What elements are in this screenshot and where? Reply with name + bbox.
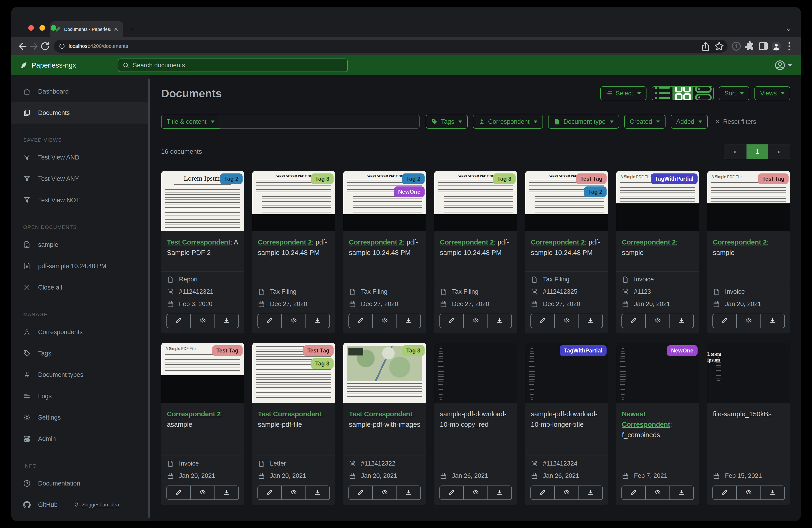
sidebar-item-settings[interactable]: Settings [11,407,150,428]
tab-search-chevron-icon[interactable] [785,27,792,33]
filter-added-button[interactable]: Added [671,115,708,129]
sidebar-item-correspondents[interactable]: Correspondents [11,322,150,343]
reload-button[interactable] [40,41,50,52]
document-title[interactable]: Test Correspondent: sample-pdf-file [252,403,335,456]
document-title[interactable]: Correspondent 2: asample [161,403,244,456]
download-button[interactable] [669,486,693,499]
view-button[interactable] [554,486,578,499]
document-title[interactable]: sample-pdf-download-10-mb-longer-title [525,403,608,456]
site-info-icon[interactable] [59,43,65,49]
global-search[interactable] [118,58,348,72]
browser-profile-avatar[interactable] [771,41,781,51]
document-thumbnail[interactable]: NewOne [616,343,699,403]
edit-button[interactable] [258,314,281,328]
edit-button[interactable] [531,486,554,499]
document-title[interactable]: Correspondent 2: pdf-sample 10.24.48 PM [525,231,608,271]
tab-close-icon[interactable] [114,27,118,32]
document-title[interactable]: Correspondent 2: sample [616,231,699,271]
correspondent-link[interactable]: Correspondent 2 [622,239,676,246]
correspondent-link[interactable]: Correspondent 2 [167,410,221,418]
correspondent-link[interactable]: Test Correspondent [258,410,321,418]
sort-button[interactable]: Sort [719,86,750,100]
download-button[interactable] [215,314,238,328]
tag-badge-tag-3[interactable]: Tag 3 [311,173,334,184]
tag-badge-newone[interactable]: NewOne [394,186,424,197]
filter-correspondent-button[interactable]: Correspondent [473,115,543,129]
correspondent-link[interactable]: Newest Correspondent [622,410,670,428]
document-thumbnail[interactable]: Adobe Acrobat PDF FilesTag 2NewOne [343,171,426,231]
browser-menu-kebab-icon[interactable] [784,41,795,52]
edit-button[interactable] [622,486,645,499]
minimize-window-button[interactable] [40,25,45,31]
user-menu[interactable] [774,60,792,71]
pagination-page-1-button[interactable]: 1 [746,144,768,159]
view-button[interactable] [463,486,487,499]
password-extension-icon[interactable] [731,41,742,52]
download-button[interactable] [488,486,511,499]
detail-view-button[interactable] [693,87,713,100]
sidebar-item-documents[interactable]: Documents [11,102,150,124]
new-tab-button[interactable] [129,26,135,32]
list-view-button[interactable] [652,87,672,100]
view-button[interactable] [281,314,305,328]
edit-button[interactable] [258,486,281,499]
tag-badge-tagwithpartial[interactable]: TagWithPartial [560,345,607,356]
correspondent-link[interactable]: Correspondent 2 [531,239,585,246]
address-bar[interactable]: localhost:4200/documents [54,40,727,53]
document-thumbnail[interactable]: Adobe Acrobat PDF FilesTag 3 [252,171,335,231]
view-button[interactable] [372,486,396,499]
tag-badge-newone[interactable]: NewOne [667,345,698,356]
view-button[interactable] [645,486,669,499]
download-button[interactable] [760,486,784,499]
download-button[interactable] [579,486,603,499]
edit-button[interactable] [531,314,554,328]
sidebar-item-document-types[interactable]: #Document types [11,364,150,385]
document-title[interactable]: Correspondent 2: pdf-sample 10.24.48 PM [252,231,335,284]
correspondent-link[interactable]: Correspondent 2 [258,239,312,246]
download-button[interactable] [488,314,511,328]
sidebar-item-github[interactable]: GitHubSuggest an idea [11,494,150,515]
sidebar-item-test-view-not[interactable]: Test View NOT [11,189,150,211]
side-panel-icon[interactable] [758,41,769,52]
tag-badge-tag-3[interactable]: Tag 3 [493,173,516,184]
sidebar-link-suggest-an-idea[interactable]: Suggest an idea [73,502,119,508]
view-button[interactable] [736,486,760,499]
tag-badge-test-tag[interactable]: Test Tag [576,173,607,184]
edit-button[interactable] [713,486,736,499]
download-button[interactable] [305,486,329,499]
view-button[interactable] [645,314,669,328]
correspondent-link[interactable]: Correspondent 2 [713,239,767,246]
view-button[interactable] [554,314,578,328]
view-button[interactable] [281,486,305,499]
download-button[interactable] [305,314,329,328]
tag-badge-tag-3[interactable]: Tag 3 [311,358,334,369]
filter-tags-button[interactable]: Tags [426,115,468,129]
edit-button[interactable] [167,486,190,499]
correspondent-link[interactable]: Test Correspondent [349,410,412,418]
download-button[interactable] [215,486,238,499]
edit-button[interactable] [349,486,372,499]
sidebar-scrollbar[interactable] [148,79,150,518]
document-title[interactable]: Test Correspondent: A Sample PDF 2 [161,231,244,271]
sidebar-item-tags[interactable]: Tags [11,343,150,364]
close-window-button[interactable] [28,25,34,31]
edit-button[interactable] [622,314,645,328]
grid-view-button[interactable] [672,87,693,100]
download-button[interactable] [396,486,420,499]
sidebar-item-pdf-sample-10-24-48-pm[interactable]: pdf-sample 10.24.48 PM [11,255,150,277]
document-title[interactable]: Correspondent 2: pdf-sample 10.24.48 PM [343,231,426,284]
extensions-puzzle-icon[interactable] [744,41,755,52]
tag-badge-tag-2[interactable]: Tag 2 [584,186,607,197]
sidebar-item-logs[interactable]: Logs [11,385,150,407]
view-button[interactable] [190,314,214,328]
edit-button[interactable] [440,486,463,499]
correspondent-link[interactable]: Correspondent 2 [349,239,403,246]
document-thumbnail[interactable]: A Simple PDF FileTest Tag [707,171,790,231]
select-button[interactable]: Select [600,86,647,100]
filter-document-type-button[interactable]: Document type [548,115,619,129]
tag-badge-test-tag[interactable]: Test Tag [758,173,788,184]
document-thumbnail[interactable]: TagWithPartial [525,343,608,403]
edit-button[interactable] [713,314,736,328]
document-thumbnail[interactable] [434,343,517,403]
tag-badge-tag-2[interactable]: Tag 2 [402,173,424,184]
